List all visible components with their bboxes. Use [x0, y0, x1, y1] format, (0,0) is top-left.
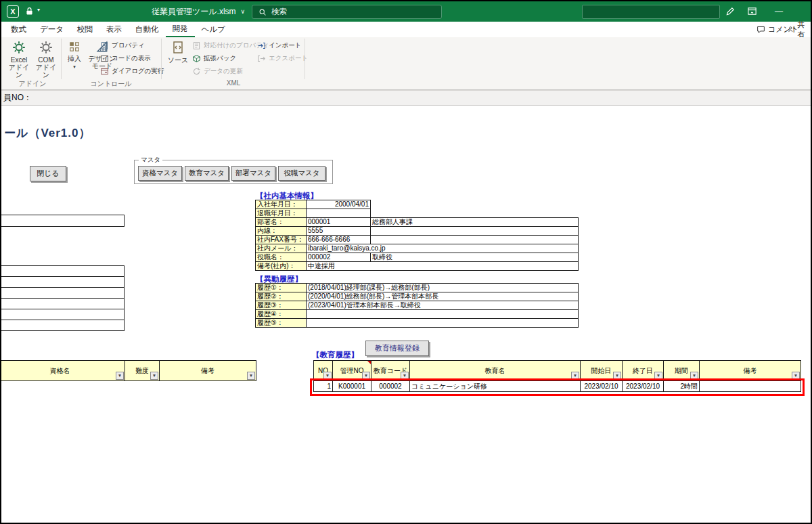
cell-leave-date[interactable] — [307, 209, 371, 218]
cell-history-2[interactable]: (2020/04/01)総務部(部長)→管理本部本部長 — [307, 292, 579, 301]
cell-email[interactable]: ibaraki_taro@kaisya.co.jp — [307, 244, 579, 253]
xml-source-button[interactable]: ソース — [166, 39, 190, 64]
cell-history-5[interactable] — [307, 319, 579, 328]
draw-pen-icon[interactable] — [725, 6, 736, 16]
table-row: 履歴②： (2020/04/01)総務部(部長)→管理本部本部長 — [256, 292, 579, 301]
cell-history-1[interactable]: (2018/04/01)経理部(課長)→総務部(部長) — [307, 284, 579, 292]
cell-department-code[interactable]: 000001 — [307, 218, 371, 227]
cell-history-4[interactable] — [307, 310, 579, 319]
search-placeholder: 検索 — [271, 7, 287, 17]
minimize-button[interactable]: — — [767, 1, 790, 22]
map-properties-icon — [192, 41, 201, 50]
cell-department-name[interactable]: 総務部人事課 — [371, 218, 579, 227]
column-header-kanri-no: 管理NO▼ — [333, 361, 371, 381]
filter-arrow-icon: ▼ — [615, 374, 619, 378]
position-master-button[interactable]: 役職マスタ — [278, 166, 325, 181]
refresh-data-button[interactable]: データの更新 — [192, 66, 243, 77]
cell[interactable] — [371, 236, 579, 244]
left-cell[interactable] — [0, 309, 124, 320]
left-cell[interactable] — [0, 266, 124, 277]
run-dialog-button[interactable]: ダイアログの実行 — [100, 66, 164, 77]
column-header-note: 備考▼ — [160, 361, 256, 381]
expansion-packs-button[interactable]: 拡張パック — [192, 53, 236, 64]
group-label-xml: XML — [166, 79, 301, 87]
tab-formulas[interactable]: 数式 — [4, 22, 33, 37]
share-icon — [788, 25, 796, 34]
share-button[interactable]: 共有 — [788, 22, 811, 37]
cell-fax[interactable]: 666-666-6666 — [307, 236, 371, 244]
table-row: 履歴①： (2018/04/01)経理部(課長)→総務部(部長) — [256, 284, 579, 292]
filter-button[interactable]: ▼ — [247, 372, 255, 380]
title-bar: X ▾ 従業員管理ツール.xlsm ∨ 検索 — — [1, 1, 811, 22]
expansion-pack-icon — [192, 54, 201, 63]
gear-icon — [12, 41, 26, 54]
filter-arrow-icon: ▼ — [573, 374, 577, 378]
close-button[interactable]: 閉じる — [30, 166, 66, 181]
account-box[interactable] — [582, 5, 720, 19]
ribbon-tab-row: 数式 データ 校閲 表示 自動化 開発 ヘルプ コメント 共有 — [1, 22, 811, 37]
employee-no-label: 員NO： — [1, 92, 32, 104]
row-label: 備考(社内)： — [256, 262, 307, 271]
excel-addins-button[interactable]: Excelアドイン — [5, 39, 32, 79]
com-addins-button[interactable]: COMアドイン — [32, 39, 60, 79]
filter-button[interactable]: ▼ — [150, 372, 158, 380]
transfer-history-table: 履歴①： (2018/04/01)経理部(課長)→総務部(部長) 履歴②： (2… — [255, 283, 579, 328]
excel-app-icon[interactable]: X — [7, 5, 19, 18]
insert-control-button[interactable]: 挿入▾ — [64, 39, 85, 70]
tab-help[interactable]: ヘルプ — [195, 22, 232, 37]
cell-position-name[interactable]: 取締役 — [371, 253, 579, 262]
cell-history-3[interactable]: (2023/04/01)管理本部本部長→取締役 — [307, 301, 579, 310]
ribbon-display-options-icon[interactable] — [747, 6, 757, 16]
left-cell[interactable] — [0, 277, 124, 288]
ribbon-tabs: 数式 データ 校閲 表示 自動化 開発 ヘルプ — [4, 22, 232, 37]
cell-note[interactable]: 中途採用 — [307, 262, 579, 271]
table-row: 退職年月日： — [256, 209, 579, 218]
workbook-title-text: 従業員管理ツール.xlsm — [152, 6, 236, 18]
filter-button[interactable]: ▼ — [116, 372, 124, 380]
education-master-button[interactable]: 教育マスタ — [185, 166, 229, 181]
cell-join-date[interactable]: 2000/04/01 — [307, 200, 371, 209]
filter-arrow-icon: ▼ — [656, 374, 660, 378]
view-code-button[interactable]: コードの表示 — [100, 53, 151, 64]
left-cut-table — [0, 265, 125, 331]
export-button[interactable]: エクスポート — [257, 53, 308, 64]
left-cell[interactable] — [0, 299, 124, 309]
tab-data[interactable]: データ — [33, 22, 70, 37]
register-education-button[interactable]: 教育情報登録 — [365, 341, 429, 356]
education-history-heading: 【教育履歴】 — [312, 350, 359, 360]
workbook-title[interactable]: 従業員管理ツール.xlsm ∨ — [152, 1, 245, 22]
import-button[interactable]: インポート — [257, 40, 301, 51]
filter-arrow-icon: ▼ — [249, 374, 253, 378]
row-label: 履歴⑤： — [256, 319, 307, 328]
empty-area — [371, 209, 579, 218]
tab-automate[interactable]: 自動化 — [129, 22, 166, 37]
table-row: 履歴③： (2023/04/01)管理本部本部長→取締役 — [256, 301, 579, 310]
column-header-name: 教育名▼ — [410, 361, 581, 381]
search-box[interactable]: 検索 — [252, 5, 442, 19]
cell[interactable] — [371, 227, 579, 236]
tab-developer[interactable]: 開発 — [166, 22, 195, 37]
left-cell[interactable] — [0, 288, 124, 299]
table-row: 部署名： 000001 総務部人事課 — [256, 218, 579, 227]
left-cell[interactable] — [0, 320, 124, 331]
row-label: 内線： — [256, 227, 307, 236]
filter-arrow-icon: ▼ — [794, 374, 798, 378]
table-row: 入社年月日： 2000/04/01 — [256, 200, 579, 209]
chevron-down-icon[interactable]: ▾ — [37, 7, 40, 13]
properties-button[interactable]: プロパティ — [100, 40, 145, 51]
cell-extension[interactable]: 5555 — [307, 227, 371, 236]
left-cut-cell[interactable] — [0, 215, 125, 227]
tab-view[interactable]: 表示 — [99, 22, 129, 37]
import-icon — [257, 41, 266, 50]
qualification-table: 資格名▼ 難度▼ 備考▼ — [0, 360, 256, 381]
qualification-master-button[interactable]: 資格マスタ — [138, 166, 182, 181]
column-header-no: NO▼ — [314, 361, 333, 381]
department-master-button[interactable]: 部署マスタ — [231, 166, 275, 181]
filter-arrow-icon: ▼ — [152, 374, 156, 378]
tab-review[interactable]: 校閲 — [70, 22, 99, 37]
column-header-end: 終了日▼ — [623, 361, 664, 381]
cell-position-code[interactable]: 000002 — [307, 253, 371, 262]
xml-source-icon — [171, 41, 185, 54]
row-label: 履歴①： — [256, 284, 307, 292]
table-row: 履歴④： — [256, 310, 579, 319]
